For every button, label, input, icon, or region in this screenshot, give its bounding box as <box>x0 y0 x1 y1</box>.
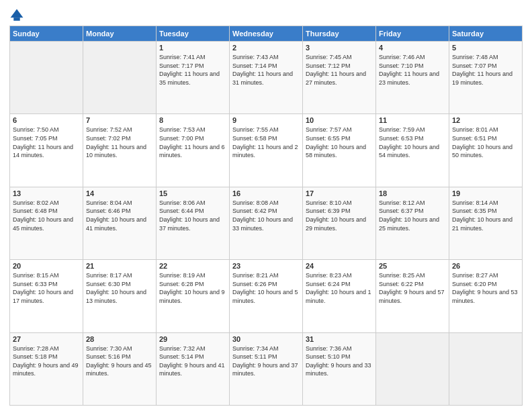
calendar-cell: 30Sunrise: 7:34 AM Sunset: 5:11 PM Dayli… <box>230 332 303 405</box>
calendar-cell: 26Sunrise: 8:27 AM Sunset: 6:20 PM Dayli… <box>449 260 523 332</box>
day-number: 26 <box>452 262 519 270</box>
day-info: Sunrise: 7:50 AM Sunset: 7:05 PM Dayligh… <box>13 126 80 159</box>
day-number: 13 <box>13 189 80 197</box>
day-number: 18 <box>379 189 446 197</box>
calendar-cell: 15Sunrise: 8:06 AM Sunset: 6:44 PM Dayli… <box>157 187 230 259</box>
day-info: Sunrise: 8:23 AM Sunset: 6:24 PM Dayligh… <box>306 271 373 305</box>
day-number: 11 <box>379 116 446 124</box>
calendar-cell: 13Sunrise: 8:02 AM Sunset: 6:48 PM Dayli… <box>10 187 83 259</box>
calendar-cell: 11Sunrise: 7:59 AM Sunset: 6:53 PM Dayli… <box>376 114 449 187</box>
day-info: Sunrise: 7:53 AM Sunset: 7:00 PM Dayligh… <box>159 126 226 159</box>
svg-marker-1 <box>11 9 24 18</box>
day-number: 15 <box>159 189 226 197</box>
calendar-cell: 24Sunrise: 8:23 AM Sunset: 6:24 PM Dayli… <box>303 260 376 332</box>
day-info: Sunrise: 7:41 AM Sunset: 7:17 PM Dayligh… <box>159 53 226 87</box>
calendar-cell: 1Sunrise: 7:41 AM Sunset: 7:17 PM Daylig… <box>157 42 230 114</box>
day-info: Sunrise: 7:48 AM Sunset: 7:07 PM Dayligh… <box>452 53 519 87</box>
day-info: Sunrise: 8:19 AM Sunset: 6:28 PM Dayligh… <box>159 271 226 305</box>
calendar-header-row: SundayMondayTuesdayWednesdayThursdayFrid… <box>10 26 523 42</box>
calendar-cell: 7Sunrise: 7:52 AM Sunset: 7:02 PM Daylig… <box>83 114 157 187</box>
week-row-3: 13Sunrise: 8:02 AM Sunset: 6:48 PM Dayli… <box>10 187 523 259</box>
day-info: Sunrise: 8:06 AM Sunset: 6:44 PM Dayligh… <box>159 199 226 232</box>
calendar-cell: 31Sunrise: 7:36 AM Sunset: 5:10 PM Dayli… <box>303 332 376 405</box>
day-number: 2 <box>232 44 300 52</box>
calendar-cell: 2Sunrise: 7:43 AM Sunset: 7:14 PM Daylig… <box>230 42 303 114</box>
day-number: 21 <box>86 262 153 270</box>
day-number: 1 <box>159 44 226 52</box>
col-header-monday: Monday <box>83 26 157 42</box>
logo-area <box>9 8 27 23</box>
day-info: Sunrise: 7:43 AM Sunset: 7:14 PM Dayligh… <box>232 53 300 87</box>
calendar-cell: 17Sunrise: 8:10 AM Sunset: 6:39 PM Dayli… <box>303 187 376 259</box>
day-info: Sunrise: 8:15 AM Sunset: 6:33 PM Dayligh… <box>13 271 80 305</box>
calendar-cell: 20Sunrise: 8:15 AM Sunset: 6:33 PM Dayli… <box>10 260 83 332</box>
calendar-cell: 25Sunrise: 8:25 AM Sunset: 6:22 PM Dayli… <box>376 260 449 332</box>
day-number: 31 <box>306 335 373 343</box>
col-header-saturday: Saturday <box>449 26 523 42</box>
calendar-cell: 8Sunrise: 7:53 AM Sunset: 7:00 PM Daylig… <box>157 114 230 187</box>
day-number: 24 <box>306 262 373 270</box>
day-number: 5 <box>452 44 519 52</box>
calendar-body: 1Sunrise: 7:41 AM Sunset: 7:17 PM Daylig… <box>10 42 523 406</box>
header <box>9 7 523 23</box>
calendar-cell <box>10 42 83 114</box>
day-number: 30 <box>232 335 300 343</box>
day-number: 20 <box>13 262 80 270</box>
week-row-1: 1Sunrise: 7:41 AM Sunset: 7:17 PM Daylig… <box>10 42 523 114</box>
col-header-tuesday: Tuesday <box>157 26 230 42</box>
day-number: 7 <box>86 116 153 124</box>
page: SundayMondayTuesdayWednesdayThursdayFrid… <box>0 0 532 411</box>
day-info: Sunrise: 8:27 AM Sunset: 6:20 PM Dayligh… <box>452 271 519 305</box>
day-info: Sunrise: 8:02 AM Sunset: 6:48 PM Dayligh… <box>13 199 80 232</box>
day-number: 3 <box>306 44 373 52</box>
calendar: SundayMondayTuesdayWednesdayThursdayFrid… <box>9 26 523 406</box>
day-number: 4 <box>379 44 446 52</box>
col-header-thursday: Thursday <box>303 26 376 42</box>
day-number: 28 <box>86 335 153 343</box>
day-info: Sunrise: 7:46 AM Sunset: 7:10 PM Dayligh… <box>379 53 446 87</box>
col-header-friday: Friday <box>376 26 449 42</box>
calendar-cell: 10Sunrise: 7:57 AM Sunset: 6:55 PM Dayli… <box>303 114 376 187</box>
day-number: 23 <box>232 262 300 270</box>
calendar-cell: 3Sunrise: 7:45 AM Sunset: 7:12 PM Daylig… <box>303 42 376 114</box>
calendar-cell <box>449 332 523 405</box>
calendar-cell: 18Sunrise: 8:12 AM Sunset: 6:37 PM Dayli… <box>376 187 449 259</box>
calendar-cell: 9Sunrise: 7:55 AM Sunset: 6:58 PM Daylig… <box>230 114 303 187</box>
day-number: 29 <box>159 335 226 343</box>
day-info: Sunrise: 8:17 AM Sunset: 6:30 PM Dayligh… <box>86 271 153 305</box>
calendar-cell: 6Sunrise: 7:50 AM Sunset: 7:05 PM Daylig… <box>10 114 83 187</box>
day-info: Sunrise: 8:25 AM Sunset: 6:22 PM Dayligh… <box>379 271 446 305</box>
day-number: 22 <box>159 262 226 270</box>
calendar-cell: 28Sunrise: 7:30 AM Sunset: 5:16 PM Dayli… <box>83 332 157 405</box>
day-number: 17 <box>306 189 373 197</box>
calendar-cell: 22Sunrise: 8:19 AM Sunset: 6:28 PM Dayli… <box>157 260 230 332</box>
col-header-wednesday: Wednesday <box>230 26 303 42</box>
day-number: 9 <box>232 116 300 124</box>
calendar-cell: 16Sunrise: 8:08 AM Sunset: 6:42 PM Dayli… <box>230 187 303 259</box>
day-info: Sunrise: 7:28 AM Sunset: 5:18 PM Dayligh… <box>13 345 80 378</box>
calendar-cell: 4Sunrise: 7:46 AM Sunset: 7:10 PM Daylig… <box>376 42 449 114</box>
day-number: 14 <box>86 189 153 197</box>
day-number: 25 <box>379 262 446 270</box>
calendar-cell: 19Sunrise: 8:14 AM Sunset: 6:35 PM Dayli… <box>449 187 523 259</box>
day-number: 8 <box>159 116 226 124</box>
week-row-5: 27Sunrise: 7:28 AM Sunset: 5:18 PM Dayli… <box>10 332 523 405</box>
calendar-cell: 14Sunrise: 8:04 AM Sunset: 6:46 PM Dayli… <box>83 187 157 259</box>
calendar-cell: 5Sunrise: 7:48 AM Sunset: 7:07 PM Daylig… <box>449 42 523 114</box>
calendar-cell: 21Sunrise: 8:17 AM Sunset: 6:30 PM Dayli… <box>83 260 157 332</box>
calendar-cell <box>376 332 449 405</box>
col-header-sunday: Sunday <box>10 26 83 42</box>
svg-rect-2 <box>13 17 19 21</box>
day-number: 16 <box>232 189 300 197</box>
day-info: Sunrise: 8:08 AM Sunset: 6:42 PM Dayligh… <box>232 199 300 232</box>
day-number: 10 <box>306 116 373 124</box>
week-row-2: 6Sunrise: 7:50 AM Sunset: 7:05 PM Daylig… <box>10 114 523 187</box>
day-number: 12 <box>452 116 519 124</box>
day-info: Sunrise: 7:57 AM Sunset: 6:55 PM Dayligh… <box>306 126 373 159</box>
day-info: Sunrise: 8:04 AM Sunset: 6:46 PM Dayligh… <box>86 199 153 232</box>
day-info: Sunrise: 7:32 AM Sunset: 5:14 PM Dayligh… <box>159 345 226 378</box>
day-info: Sunrise: 8:01 AM Sunset: 6:51 PM Dayligh… <box>452 126 519 159</box>
day-info: Sunrise: 7:34 AM Sunset: 5:11 PM Dayligh… <box>232 345 300 378</box>
week-row-4: 20Sunrise: 8:15 AM Sunset: 6:33 PM Dayli… <box>10 260 523 332</box>
day-info: Sunrise: 7:30 AM Sunset: 5:16 PM Dayligh… <box>86 345 153 378</box>
